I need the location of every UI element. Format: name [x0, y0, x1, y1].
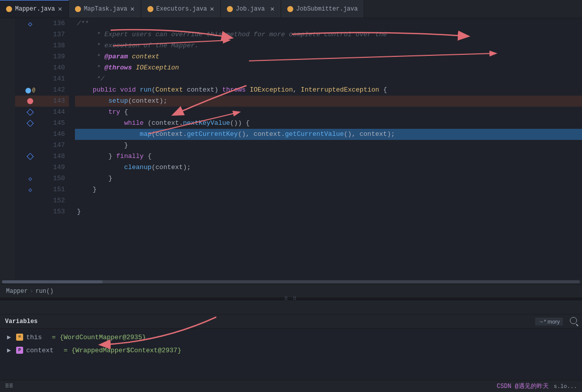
line-num-150: 150	[45, 173, 69, 184]
tab-close-job[interactable]: ✕	[270, 6, 274, 13]
debug-toolbar	[0, 300, 582, 315]
code-text-136: /**	[77, 18, 89, 29]
run-bookmark-icon-142: ⬤ @	[25, 87, 35, 94]
gutter-137	[15, 29, 45, 40]
gutter-147	[15, 140, 45, 151]
gutter-140	[15, 62, 45, 73]
gutter-136: ◇	[15, 18, 45, 29]
line-num-137: 137	[45, 29, 69, 40]
tab-bar: Mapper.java ✕ MapTask.java ✕ Executors.j…	[0, 0, 582, 18]
code-text-150: }	[77, 173, 112, 184]
gutter-149	[15, 162, 45, 173]
tab-executors-java[interactable]: Executors.java ✕	[141, 0, 221, 18]
gutter-146	[15, 129, 45, 140]
gutter-142: ⬤ @	[15, 85, 45, 96]
tab-icon-executors	[147, 6, 153, 12]
line-num-146: 146	[45, 129, 69, 140]
bookmark-icon-151: ◇	[28, 186, 32, 194]
var-val-context: = {WrappedMapper$Context@2937}	[63, 347, 181, 354]
tab-label-jobsubmitter: JobSubmitter.java	[296, 6, 358, 13]
code-area: ◇ ⬤ @	[0, 18, 582, 279]
breadcrumb-separator: ›	[30, 288, 33, 295]
code-line-136: /**	[75, 18, 582, 29]
tab-close-mapper[interactable]: ✕	[58, 6, 62, 13]
gutter-145	[15, 118, 45, 129]
code-line-148: } finally {	[75, 151, 582, 162]
code-text-137: * Expert users can override this method …	[77, 29, 387, 40]
tab-mapper-java[interactable]: Mapper.java ✕	[0, 0, 69, 18]
gutter-153	[15, 206, 45, 217]
tab-close-executors[interactable]: ✕	[210, 6, 214, 13]
diamond-icon-144	[27, 109, 34, 116]
bookmark-icon-136: ◇	[28, 20, 32, 28]
code-line-137: * Expert users can override this method …	[75, 29, 582, 40]
code-line-139: * @param context	[75, 51, 582, 62]
line-num-148: 148	[45, 151, 69, 162]
status-left: ⠿⠿	[5, 383, 13, 389]
tab-maptask-java[interactable]: MapTask.java ✕	[69, 0, 141, 18]
code-lines[interactable]: /** * Expert users can override this met…	[73, 18, 582, 279]
code-text-145: while (context.nextKeyValue()) {	[77, 118, 250, 129]
tab-jobsubmitter-java[interactable]: JobSubmitter.java	[281, 0, 364, 18]
code-line-150: }	[75, 173, 582, 184]
code-text-153: }	[77, 206, 81, 217]
var-eq-context	[57, 347, 61, 354]
tab-icon-maptask	[75, 6, 81, 12]
gutter-143	[15, 96, 45, 107]
code-text-151: }	[77, 184, 97, 195]
gutter-138	[15, 40, 45, 51]
code-text-148: } finally {	[77, 151, 151, 162]
tab-icon-jobsubmitter	[287, 6, 293, 12]
memory-button[interactable]: →* mory	[535, 318, 563, 326]
line-num-142: 142	[45, 85, 69, 96]
left-strip	[0, 18, 15, 279]
code-text-147: }	[77, 140, 128, 151]
var-eq-this	[45, 334, 49, 341]
code-line-151: }	[75, 184, 582, 195]
variables-header: Variables →* mory	[0, 315, 582, 329]
scrollbar-track	[2, 280, 580, 283]
breadcrumb-method[interactable]: run()	[35, 288, 53, 295]
expand-context[interactable]: ▶	[5, 346, 13, 354]
line-num-144: 144	[45, 107, 69, 118]
line-num-147: 147	[45, 140, 69, 151]
tab-close-maptask[interactable]: ✕	[130, 6, 134, 13]
variable-row-this[interactable]: ▶ = this = {WordCountMapper@2935}	[0, 331, 582, 344]
code-line-152	[75, 195, 582, 206]
status-right-text: s.lo...	[554, 383, 577, 389]
diamond-icon-148	[27, 153, 34, 160]
line-num-136: 136	[45, 18, 69, 29]
variable-row-context[interactable]: ▶ P context = {WrappedMapper$Context@293…	[0, 344, 582, 357]
line-num-143: 143	[45, 96, 69, 107]
line-num-153: 153	[45, 206, 69, 217]
line-num-152: 152	[45, 195, 69, 206]
gutter-150: ◇	[15, 173, 45, 184]
gutter-148	[15, 151, 45, 162]
type-icon-context: P	[16, 347, 23, 354]
status-dots: ⠿⠿	[5, 383, 13, 389]
code-text-141: */	[77, 73, 105, 85]
code-line-149: cleanup(context);	[75, 162, 582, 173]
code-line-143: setup(context);	[75, 96, 582, 107]
status-right: CSDN @遇见的昨天 s.lo...	[497, 382, 577, 390]
var-name-this: this	[26, 334, 42, 341]
code-text-140: * @throws IOException	[77, 62, 179, 73]
horizontal-scrollbar[interactable]	[0, 279, 582, 284]
tab-label-job: Job.java	[236, 6, 265, 13]
expand-this[interactable]: ▶	[5, 333, 13, 341]
search-variables-button[interactable]	[570, 317, 577, 326]
tab-label-executors: Executors.java	[156, 6, 207, 13]
diamond-icon-145	[27, 120, 34, 127]
scrollbar-thumb[interactable]	[2, 280, 103, 283]
code-text-142: public void run(Context context) throws …	[77, 85, 387, 96]
tab-icon-mapper	[6, 6, 12, 12]
breakpoint-gutter: ◇ ⬤ @	[15, 18, 45, 279]
code-line-138: * execution of the Mapper.	[75, 40, 582, 51]
code-line-141: */	[75, 73, 582, 85]
tab-job-java[interactable]: Job.java ✕	[221, 0, 281, 18]
gutter-144	[15, 107, 45, 118]
breakpoint-icon-143	[27, 98, 33, 104]
line-num-151: 151	[45, 184, 69, 195]
breadcrumb-class[interactable]: Mapper	[6, 288, 28, 295]
tab-label-mapper: Mapper.java	[15, 6, 55, 13]
